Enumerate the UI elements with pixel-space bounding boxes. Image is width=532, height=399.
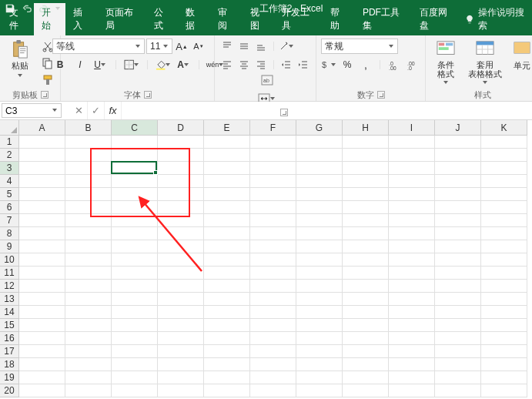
cell[interactable] — [435, 358, 481, 371]
spreadsheet-grid[interactable]: ABCDEFGHIJK 1234567891011121314151617181… — [0, 120, 532, 397]
column-header[interactable]: K — [481, 120, 527, 136]
cell[interactable] — [435, 240, 481, 253]
cell[interactable] — [435, 253, 481, 267]
cell[interactable] — [343, 280, 389, 293]
row-header[interactable]: 1 — [0, 136, 19, 149]
cell[interactable] — [435, 214, 481, 227]
cell[interactable] — [19, 332, 65, 345]
cell[interactable] — [250, 175, 296, 188]
cell[interactable] — [19, 358, 65, 371]
cell[interactable] — [389, 293, 435, 306]
cell[interactable] — [481, 240, 527, 253]
align-left-button[interactable] — [219, 57, 235, 72]
cell[interactable] — [204, 384, 250, 397]
cell[interactable] — [296, 149, 343, 162]
cell-styles-button[interactable]: 单元 — [509, 39, 532, 73]
cell[interactable] — [435, 319, 481, 332]
cell[interactable] — [435, 136, 481, 149]
cell[interactable] — [65, 201, 112, 214]
name-box[interactable]: C3 — [2, 103, 62, 118]
column-header[interactable]: G — [296, 120, 343, 136]
cell[interactable] — [204, 240, 250, 253]
cell[interactable] — [19, 267, 65, 280]
bold-button[interactable]: B — [52, 57, 68, 72]
cell[interactable] — [19, 240, 65, 253]
select-all-corner[interactable] — [0, 120, 19, 136]
font-dialog-launcher[interactable] — [144, 91, 152, 99]
cell[interactable] — [19, 371, 65, 384]
cell[interactable] — [296, 188, 343, 201]
cell[interactable] — [481, 280, 527, 293]
cell[interactable] — [343, 136, 389, 149]
cell[interactable] — [19, 319, 65, 332]
cell[interactable] — [19, 345, 65, 358]
row-header[interactable]: 4 — [0, 175, 19, 188]
cell[interactable] — [296, 175, 343, 188]
cell[interactable] — [204, 162, 250, 175]
row-header[interactable]: 8 — [0, 227, 19, 240]
cell[interactable] — [112, 136, 158, 149]
column-header[interactable]: I — [389, 120, 435, 136]
alignment-dialog-launcher[interactable] — [280, 109, 288, 116]
cell[interactable] — [158, 267, 204, 280]
cell[interactable] — [204, 188, 250, 201]
cell[interactable] — [389, 188, 435, 201]
row-header[interactable]: 12 — [0, 280, 19, 293]
clipboard-dialog-launcher[interactable] — [41, 91, 49, 99]
cell[interactable] — [65, 175, 112, 188]
cell[interactable] — [158, 280, 204, 293]
cell[interactable] — [296, 345, 343, 358]
cell[interactable] — [435, 267, 481, 280]
cell[interactable] — [389, 136, 435, 149]
cell[interactable] — [65, 280, 112, 293]
column-header[interactable]: B — [65, 120, 112, 136]
cell[interactable] — [481, 162, 527, 175]
cell[interactable] — [343, 175, 389, 188]
font-size-combo[interactable]: 11 — [146, 39, 172, 54]
cell[interactable] — [19, 201, 65, 214]
cell[interactable] — [389, 371, 435, 384]
cell[interactable] — [296, 201, 343, 214]
cell[interactable] — [158, 149, 204, 162]
accounting-format-button[interactable]: $ — [321, 57, 336, 72]
cell[interactable] — [435, 227, 481, 240]
cell[interactable] — [389, 253, 435, 267]
cell[interactable] — [296, 371, 343, 384]
cell[interactable] — [250, 293, 296, 306]
cell[interactable] — [389, 227, 435, 240]
cell[interactable] — [112, 149, 158, 162]
align-center-button[interactable] — [236, 57, 252, 72]
cell[interactable] — [250, 253, 296, 267]
cells-area[interactable] — [19, 136, 527, 397]
cell[interactable] — [250, 280, 296, 293]
cell[interactable] — [296, 332, 343, 345]
align-bottom-button[interactable] — [253, 39, 269, 54]
row-header[interactable]: 15 — [0, 319, 19, 332]
column-header[interactable]: J — [435, 120, 481, 136]
cell[interactable] — [158, 358, 204, 371]
cell[interactable] — [296, 136, 343, 149]
cell[interactable] — [112, 358, 158, 371]
cell[interactable] — [65, 358, 112, 371]
cell[interactable] — [19, 214, 65, 227]
row-header[interactable]: 13 — [0, 293, 19, 306]
cell[interactable] — [65, 227, 112, 240]
cell[interactable] — [112, 267, 158, 280]
cell[interactable] — [481, 358, 527, 371]
redo-icon[interactable] — [38, 3, 49, 14]
cell[interactable] — [389, 149, 435, 162]
column-header[interactable]: A — [19, 120, 65, 136]
cell[interactable] — [112, 253, 158, 267]
decrease-indent-button[interactable] — [279, 57, 294, 72]
cell[interactable] — [19, 188, 65, 201]
cell[interactable] — [204, 280, 250, 293]
cell[interactable] — [204, 358, 250, 371]
cell[interactable] — [250, 371, 296, 384]
paste-button[interactable]: 粘贴 — [5, 39, 35, 80]
cell[interactable] — [435, 293, 481, 306]
row-header[interactable]: 17 — [0, 345, 19, 358]
cell[interactable] — [389, 280, 435, 293]
cell[interactable] — [481, 175, 527, 188]
cell[interactable] — [343, 345, 389, 358]
row-header[interactable]: 14 — [0, 306, 19, 319]
